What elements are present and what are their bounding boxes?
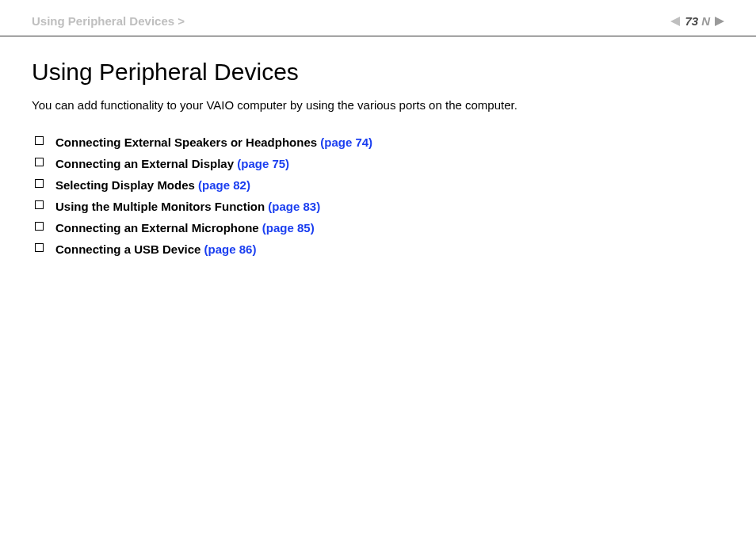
prev-page-icon[interactable] <box>670 17 680 26</box>
page-title: Using Peripheral Devices <box>32 59 724 86</box>
intro-text: You can add functionality to your VAIO c… <box>32 98 724 112</box>
toc-list: Connecting External Speakers or Headphon… <box>32 135 724 256</box>
bullet-icon <box>35 158 44 166</box>
toc-item: Connecting an External Microphone (page … <box>55 221 724 235</box>
bullet-icon <box>35 222 44 231</box>
header: Using Peripheral Devices > 73 N <box>0 0 756 36</box>
page-number: 73 <box>685 14 698 28</box>
toc-label: Connecting a USB Device <box>55 242 204 256</box>
page-ref-link[interactable]: (page 74) <box>320 135 372 149</box>
bullet-icon <box>35 243 44 252</box>
toc-item: Selecting Display Modes (page 82) <box>55 178 724 192</box>
toc-label: Connecting an External Microphone <box>55 221 262 235</box>
pager: 73 N <box>670 14 724 28</box>
breadcrumb: Using Peripheral Devices > <box>32 14 185 28</box>
bullet-icon <box>35 179 44 188</box>
page-ref-link[interactable]: (page 83) <box>268 200 320 213</box>
next-page-icon[interactable] <box>715 17 724 26</box>
page-ref-link[interactable]: (page 86) <box>204 242 257 256</box>
toc-item: Connecting a USB Device (page 86) <box>55 242 724 256</box>
bullet-icon <box>35 200 44 209</box>
toc-item: Using the Multiple Monitors Function (pa… <box>55 200 724 213</box>
page-ref-link[interactable]: (page 85) <box>262 221 315 235</box>
page-ref-link[interactable]: (page 75) <box>237 157 289 170</box>
toc-label: Connecting External Speakers or Headphon… <box>55 135 320 149</box>
toc-item: Connecting External Speakers or Headphon… <box>55 135 724 149</box>
toc-item: Connecting an External Display (page 75) <box>55 157 724 170</box>
n-letter: N <box>701 14 710 28</box>
toc-label: Selecting Display Modes <box>55 178 198 192</box>
page-ref-link[interactable]: (page 82) <box>198 178 250 192</box>
bullet-icon <box>35 136 44 145</box>
content: Using Peripheral Devices You can add fun… <box>0 36 756 296</box>
toc-label: Using the Multiple Monitors Function <box>55 200 268 213</box>
toc-label: Connecting an External Display <box>55 157 237 170</box>
